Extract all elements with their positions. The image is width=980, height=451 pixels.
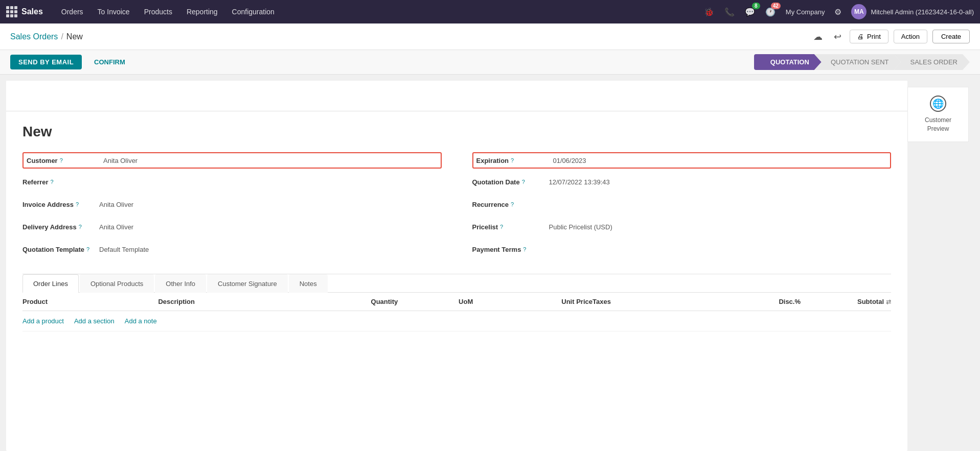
- pricelist-value[interactable]: Public Pricelist (USD): [549, 223, 892, 231]
- refresh-icon[interactable]: ↩: [831, 29, 845, 44]
- col-header-disc: Disc.%: [728, 298, 801, 305]
- col-header-quantity: Quantity: [339, 298, 429, 305]
- col-header-unit-price: Unit Price: [502, 298, 592, 305]
- table-area: Product Description Quantity UoM Unit Pr…: [6, 293, 907, 331]
- chat-badge: 8: [752, 3, 760, 9]
- payment-terms-help-icon[interactable]: ?: [523, 246, 526, 252]
- page-wrapper: Sales Orders To Invoice Products Reporti…: [0, 0, 980, 451]
- invoice-address-help-icon[interactable]: ?: [76, 201, 79, 207]
- tabs: Order Lines Optional Products Other Info…: [22, 274, 891, 293]
- table-add-row: Add a product Add a section Add a note: [22, 311, 891, 331]
- col-header-description: Description: [158, 298, 339, 305]
- nav-user[interactable]: MA Mitchell Admin (21623424-16-0-all): [851, 4, 974, 19]
- clock-badge: 42: [771, 3, 781, 9]
- quotation-date-value[interactable]: 12/07/2022 13:39:43: [549, 178, 892, 186]
- expiration-field: Expiration ? 01/06/2023: [472, 152, 892, 169]
- quotation-template-value[interactable]: Default Template: [99, 246, 442, 253]
- quotation-date-field: Quotation Date ? 12/07/2022 13:39:43: [472, 174, 892, 190]
- nav-icons: 🐞 📞 💬 8 🕐 42 My Company ⚙ MA Mitchell Ad…: [702, 4, 974, 19]
- breadcrumb-parent[interactable]: Sales Orders: [10, 32, 58, 41]
- tab-other-info[interactable]: Other Info: [155, 274, 206, 293]
- breadcrumb-sep: /: [61, 32, 63, 41]
- create-button[interactable]: Create: [932, 30, 970, 43]
- payment-terms-field: Payment Terms ?: [472, 241, 892, 257]
- user-name: Mitchell Admin (21623424-16-0-all): [871, 8, 974, 16]
- nav-brand[interactable]: Sales: [21, 7, 43, 16]
- avatar: MA: [851, 4, 867, 19]
- tab-order-lines[interactable]: Order Lines: [22, 274, 79, 293]
- pipeline-step-sent[interactable]: QUOTATION SENT: [814, 54, 901, 70]
- nav-item-orders[interactable]: Orders: [55, 6, 89, 18]
- col-header-subtotal: Subtotal ⇄: [801, 298, 891, 305]
- invoice-address-value[interactable]: Anita Oliver: [99, 201, 442, 208]
- content-wrapper: New Customer ? Anita Oliver: [0, 75, 980, 451]
- quotation-date-help-icon[interactable]: ?: [522, 179, 525, 185]
- delivery-address-field: Delivery Address ? Anita Oliver: [22, 219, 442, 235]
- pricelist-field: Pricelist ? Public Pricelist (USD): [472, 219, 892, 235]
- confirm-button[interactable]: CONFIRM: [87, 55, 132, 69]
- phone-icon[interactable]: 📞: [722, 5, 737, 19]
- globe-icon: 🌐: [930, 96, 946, 112]
- col-header-taxes: Taxes: [592, 298, 728, 305]
- send-email-button[interactable]: SEND BY EMAIL: [10, 55, 82, 69]
- expiration-help-icon[interactable]: ?: [511, 157, 514, 163]
- print-button[interactable]: 🖨 Print: [850, 30, 888, 43]
- col-header-product: Product: [22, 298, 158, 305]
- tab-customer-signature[interactable]: Customer Signature: [207, 274, 288, 293]
- bug-icon[interactable]: 🐞: [702, 5, 716, 19]
- settings-icon[interactable]: ⚙: [831, 5, 845, 19]
- referrer-help-icon[interactable]: ?: [51, 179, 54, 185]
- customer-value[interactable]: Anita Oliver: [103, 157, 438, 164]
- tabs-container: Order Lines Optional Products Other Info…: [22, 274, 891, 293]
- form-header-logo: [6, 81, 907, 111]
- pipeline-step-order[interactable]: SALES ORDER: [894, 54, 970, 70]
- expiration-value[interactable]: 01/06/2023: [553, 157, 887, 164]
- main-form: New Customer ? Anita Oliver: [6, 81, 907, 451]
- recurrence-help-icon[interactable]: ?: [511, 201, 514, 207]
- nav-item-reporting[interactable]: Reporting: [180, 6, 224, 18]
- nav-item-configuration[interactable]: Configuration: [226, 6, 281, 18]
- side-panel-wrapper: 🌐 Customer Preview: [907, 75, 974, 451]
- form-columns: Customer ? Anita Oliver Referrer ?: [22, 152, 891, 264]
- payment-terms-label: Payment Terms ?: [472, 246, 549, 253]
- status-pipeline: QUOTATION QUOTATION SENT SALES ORDER: [754, 54, 970, 70]
- invoice-address-label: Invoice Address ?: [22, 201, 99, 208]
- expiration-label: Expiration ?: [476, 157, 553, 164]
- pricelist-help-icon[interactable]: ?: [500, 224, 503, 230]
- action-bar-left: SEND BY EMAIL CONFIRM: [10, 55, 132, 69]
- form-inner: New Customer ? Anita Oliver: [6, 111, 907, 293]
- nav-item-toinvoice[interactable]: To Invoice: [92, 6, 136, 18]
- breadcrumb-current: New: [66, 32, 83, 41]
- delivery-address-help-icon[interactable]: ?: [79, 224, 82, 230]
- add-note-link[interactable]: Add a note: [125, 317, 157, 325]
- referrer-label: Referrer ?: [22, 178, 99, 186]
- clock-icon[interactable]: 🕐 42: [763, 5, 778, 19]
- customer-field: Customer ? Anita Oliver: [22, 152, 442, 169]
- apps-icon[interactable]: [6, 6, 17, 17]
- nav-item-products[interactable]: Products: [138, 6, 178, 18]
- tab-optional-products[interactable]: Optional Products: [80, 274, 154, 293]
- nav-logo: Sales: [6, 6, 49, 17]
- referrer-field: Referrer ?: [22, 174, 442, 190]
- quotation-template-help-icon[interactable]: ?: [86, 246, 89, 252]
- add-section-link[interactable]: Add a section: [74, 317, 115, 325]
- chat-icon[interactable]: 💬 8: [743, 5, 757, 19]
- customer-help-icon[interactable]: ?: [60, 157, 63, 163]
- breadcrumb: Sales Orders / New: [10, 32, 83, 41]
- upload-icon[interactable]: ☁: [810, 29, 826, 44]
- recurrence-label: Recurrence ?: [472, 201, 549, 208]
- tab-notes[interactable]: Notes: [289, 274, 328, 293]
- quotation-template-field: Quotation Template ? Default Template: [22, 241, 442, 257]
- table-header: Product Description Quantity UoM Unit Pr…: [22, 293, 891, 311]
- add-product-link[interactable]: Add a product: [22, 317, 64, 325]
- customer-preview-panel[interactable]: 🌐 Customer Preview: [907, 87, 969, 142]
- delivery-address-value[interactable]: Anita Oliver: [99, 223, 442, 231]
- pipeline-step-quotation[interactable]: QUOTATION: [754, 54, 822, 70]
- sort-icon[interactable]: ⇄: [886, 298, 891, 305]
- invoice-address-field: Invoice Address ? Anita Oliver: [22, 196, 442, 212]
- quotation-template-label: Quotation Template ?: [22, 246, 99, 253]
- nav-company[interactable]: My Company: [786, 8, 825, 16]
- form-col-right: Expiration ? 01/06/2023 Quotation Date ?: [472, 152, 892, 264]
- printer-icon: 🖨: [857, 33, 864, 40]
- action-button[interactable]: Action: [894, 30, 927, 43]
